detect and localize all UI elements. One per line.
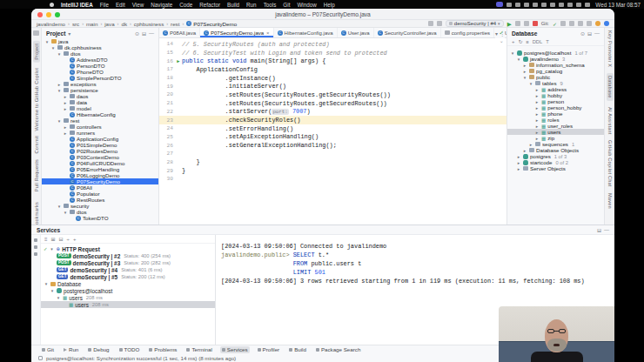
locate-file-icon[interactable]: ⊙: [135, 30, 139, 37]
apple-icon[interactable]: [50, 3, 54, 7]
chevron-down-icon[interactable]: ▾: [68, 30, 70, 37]
editor-tab[interactable]: CUser.java: [338, 28, 374, 37]
tool-stripe-pull-requests[interactable]: Pull Requests: [34, 159, 39, 191]
breadcrumb-item-current[interactable]: CP07SecurityDemo: [186, 21, 237, 27]
project-tree-row[interactable]: CAddressDTO: [42, 57, 158, 63]
chevron-down-icon[interactable]: ▾: [528, 81, 533, 86]
git-commit-check-icon[interactable]: ✓: [553, 21, 557, 27]
editor-tab[interactable]: CSecurityController.java: [374, 28, 441, 37]
bluetooth-icon[interactable]: [559, 3, 564, 7]
chevron-right-icon[interactable]: ▸: [63, 94, 68, 99]
ddl-button[interactable]: DDL: [533, 39, 543, 44]
project-tree-row[interactable]: CP07SecurityDemo: [42, 178, 158, 184]
chevron-right-icon[interactable]: ▸: [534, 117, 540, 123]
toolwindow-button-todo[interactable]: TODO: [117, 346, 142, 353]
hidden-tabs-icon[interactable]: ▾: [495, 30, 498, 37]
menu-item-run[interactable]: Run: [246, 2, 257, 8]
project-tree-row[interactable]: ▸controllers: [42, 124, 158, 130]
database-tree-row[interactable]: ▸startcode0 of 2: [507, 159, 604, 165]
project-tree-row[interactable]: CRestRoutes: [42, 197, 158, 203]
project-tree-row[interactable]: ▾dtos: [42, 50, 158, 57]
db-settings-icon[interactable]: ⊙: [580, 30, 585, 37]
wifi-icon[interactable]: [567, 3, 573, 7]
project-tree-row[interactable]: ▾dtos: [42, 209, 158, 215]
tool-stripe-commit[interactable]: Commit: [34, 136, 39, 153]
project-tree-row[interactable]: CPopulator: [42, 191, 158, 197]
editor-tab[interactable]: config.properties: [441, 28, 494, 37]
chevron-right-icon[interactable]: ▸: [528, 142, 533, 147]
add-service-icon[interactable]: +: [73, 237, 77, 242]
database-tree-row[interactable]: ▸Database Objects: [507, 147, 604, 153]
database-tree-row[interactable]: ▾tables9: [507, 80, 604, 86]
git-update-button[interactable]: [560, 21, 566, 26]
display-icon[interactable]: [515, 3, 520, 7]
database-tree-row[interactable]: ▸▦person_hobby: [507, 104, 604, 111]
editor-tab[interactable]: CP08All.java: [159, 28, 200, 37]
breadcrumb-item[interactable]: javalindemo: [37, 21, 65, 27]
toolwindow-button-terminal[interactable]: Terminal: [184, 346, 213, 353]
tool-stripe-project[interactable]: Project: [33, 41, 40, 63]
profile-avatar[interactable]: [595, 21, 600, 26]
menu-item-navigate[interactable]: Navigate: [151, 2, 172, 8]
project-tree-row[interactable]: CP06LoggingDemo: [42, 172, 158, 178]
menu-item-refactor[interactable]: Refactor: [199, 2, 220, 8]
menu-item-window[interactable]: Window: [297, 2, 316, 8]
collapse-all-icon[interactable]: ⊟: [59, 236, 64, 242]
split-icon[interactable]: ÷: [67, 237, 70, 242]
user-icon[interactable]: [428, 21, 433, 26]
database-tree-row[interactable]: ▸postgres1 of 3: [507, 153, 604, 159]
chevron-down-icon[interactable]: ▾: [44, 281, 49, 286]
menubar-clock[interactable]: Wed 13 Mar 08:57: [595, 2, 641, 8]
run-button[interactable]: ▶: [507, 21, 512, 27]
breadcrumb-item[interactable]: java: [104, 21, 114, 27]
menu-item-tools[interactable]: Tools: [264, 2, 277, 8]
toolwindow-button-run[interactable]: Run: [62, 346, 80, 353]
add-datasource-icon[interactable]: +: [512, 39, 514, 44]
db-hide-icon[interactable]: —: [594, 30, 600, 37]
toolwindow-button-git[interactable]: Git: [40, 346, 56, 353]
chevron-down-icon[interactable]: ▾: [510, 50, 515, 56]
chevron-right-icon[interactable]: ▸: [534, 87, 540, 92]
chevron-right-icon[interactable]: ▸: [516, 154, 521, 159]
project-tree-row[interactable]: ▾rest: [42, 117, 158, 124]
project-tree-row[interactable]: CP05ErrorHandling: [42, 166, 158, 172]
git-push-button[interactable]: [569, 21, 574, 26]
code-with-me-avatar[interactable]: [604, 21, 609, 26]
toolwindow-button-build[interactable]: Build: [287, 346, 308, 353]
vpn-icon[interactable]: [533, 3, 538, 7]
editor-tab[interactable]: CP07SecurityDemo.java×: [200, 28, 274, 37]
inspections-ok-icon[interactable]: ✓: [500, 30, 504, 37]
database-tree-row[interactable]: ▸▦address: [507, 86, 604, 92]
chevron-right-icon[interactable]: ▸: [522, 69, 527, 74]
group-by-icon[interactable]: ≡: [44, 237, 48, 242]
tool-stripe-welcome-to-github-copilot[interactable]: Welcome to GitHub Copilot: [34, 68, 39, 131]
database-tree-row[interactable]: ▾javalindemo3: [507, 56, 604, 62]
services-tree-row[interactable]: ▦users208 ms: [41, 301, 215, 308]
services-tree-row[interactable]: ▾postgres@localhost: [41, 287, 215, 294]
menubar-app-name[interactable]: IntelliJ IDEA: [61, 2, 93, 8]
chevron-right-icon[interactable]: ▸: [63, 124, 68, 130]
breadcrumb-item[interactable]: main: [86, 21, 97, 27]
editor-pane[interactable]: CP08All.javaCP07SecurityDemo.java×CHiber…: [159, 28, 506, 225]
services-title[interactable]: Services: [37, 227, 60, 233]
spotlight-icon[interactable]: [576, 3, 581, 7]
screen-mirroring-icon[interactable]: [506, 3, 512, 7]
database-tree-row[interactable]: ▸information_schema: [507, 62, 604, 68]
hide-panel-icon[interactable]: —: [149, 30, 154, 37]
chevron-right-icon[interactable]: ▸: [534, 130, 540, 135]
tool-stripe-key-promoter-x[interactable]: Key Promoter X: [607, 30, 613, 67]
menu-item-edit[interactable]: Edit: [116, 2, 125, 8]
chevron-down-icon[interactable]: ▾: [50, 246, 55, 251]
services-tree-row[interactable]: GETdemoSecurity | #5Status: 200 (12 ms): [41, 273, 215, 280]
chevron-right-icon[interactable]: ▸: [522, 63, 527, 68]
breadcrumb-item[interactable]: rest: [171, 21, 179, 27]
chevron-down-icon[interactable]: ▾: [522, 75, 527, 80]
services-tree-row[interactable]: POSTdemoSecurity | #3Status: 200 (282 ms…: [41, 259, 215, 266]
database-tree-row[interactable]: ▸▦users: [507, 129, 604, 135]
menu-item-file[interactable]: File: [100, 2, 109, 8]
database-tree-row[interactable]: ▸▦person: [507, 98, 604, 104]
database-tree-row[interactable]: ▸sequences1: [507, 141, 604, 147]
rerun-icon[interactable]: [34, 238, 37, 242]
toolwindow-button-debug[interactable]: Debug: [86, 346, 111, 353]
toolwindow-button-services[interactable]: Services: [220, 346, 250, 353]
